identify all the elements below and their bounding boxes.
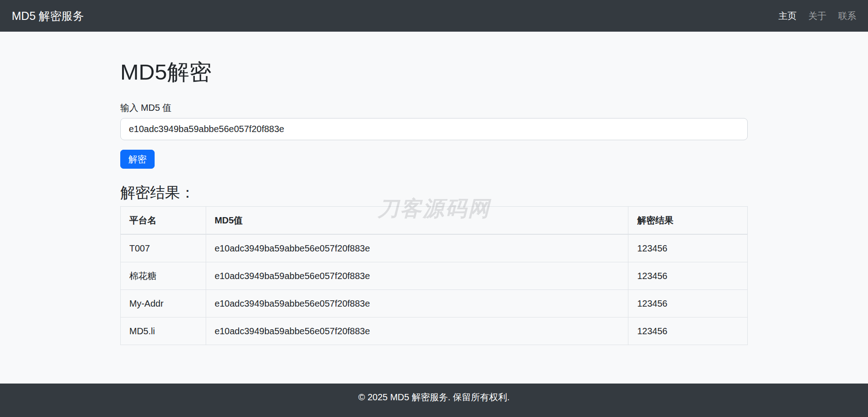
cell-md5: e10adc3949ba59abbe56e057f20f883e [206,290,628,317]
header-md5: MD5值 [206,207,628,235]
header-platform: 平台名 [121,207,206,235]
cell-platform: 棉花糖 [121,262,206,290]
navbar-links: 主页 关于 联系 [767,10,856,22]
cell-result: 123456 [628,317,748,345]
nav-link-home[interactable]: 主页 [778,10,797,22]
nav-link-about[interactable]: 关于 [808,10,826,22]
main-area: MD5解密 输入 MD5 值 解密 解密结果： 平台名 MD5值 解密结果 T0… [0,32,868,384]
md5-input-label: 输入 MD5 值 [120,101,748,114]
table-row: 棉花糖 e10adc3949ba59abbe56e057f20f883e 123… [121,262,748,290]
content-container: MD5解密 输入 MD5 值 解密 解密结果： 平台名 MD5值 解密结果 T0… [120,32,748,345]
page-footer: © 2025 MD5 解密服务. 保留所有权利. [0,384,868,417]
table-header-row: 平台名 MD5值 解密结果 [121,207,748,235]
cell-md5: e10adc3949ba59abbe56e057f20f883e [206,262,628,290]
cell-platform: MD5.li [121,317,206,345]
cell-platform: My-Addr [121,290,206,317]
table-row: MD5.li e10adc3949ba59abbe56e057f20f883e … [121,317,748,345]
cell-result: 123456 [628,234,748,262]
cell-md5: e10adc3949ba59abbe56e057f20f883e [206,234,628,262]
header-result: 解密结果 [628,207,748,235]
table-row: T007 e10adc3949ba59abbe56e057f20f883e 12… [121,234,748,262]
nav-link-contact[interactable]: 联系 [838,10,856,22]
table-row: My-Addr e10adc3949ba59abbe56e057f20f883e… [121,290,748,317]
results-heading: 解密结果： [120,184,748,202]
decrypt-button[interactable]: 解密 [120,150,155,169]
top-navbar: MD5 解密服务 主页 关于 联系 [0,0,868,32]
cell-platform: T007 [121,234,206,262]
page-title: MD5解密 [120,60,748,85]
navbar-brand[interactable]: MD5 解密服务 [12,9,84,24]
footer-copyright: © 2025 MD5 解密服务. 保留所有权利. [359,392,510,402]
cell-result: 123456 [628,262,748,290]
results-table: 平台名 MD5值 解密结果 T007 e10adc3949ba59abbe56e… [120,206,748,345]
cell-result: 123456 [628,290,748,317]
md5-input[interactable] [120,118,748,140]
cell-md5: e10adc3949ba59abbe56e057f20f883e [206,317,628,345]
